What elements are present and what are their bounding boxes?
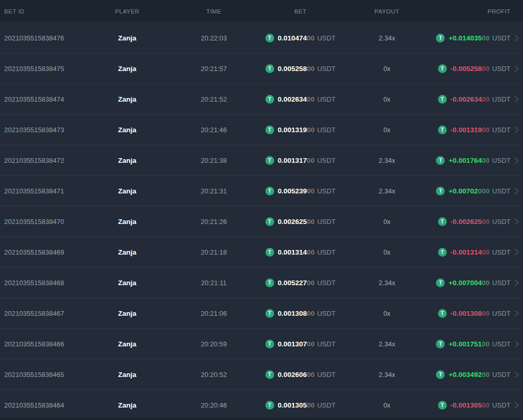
bet-amount-cell: T 0.002625 00 USDT bbox=[257, 217, 344, 226]
player-cell: Zanja bbox=[84, 157, 171, 164]
row-chevron[interactable] bbox=[511, 65, 523, 73]
tether-icon: T bbox=[265, 401, 274, 410]
table-row[interactable]: 2021035515838476 Zanja 20:22:03 T 0.0104… bbox=[0, 22, 523, 53]
bet-id-cell: 2021035515838467 bbox=[0, 310, 84, 317]
table-row[interactable]: 2021035515838473 Zanja 20:21:46 T 0.0013… bbox=[0, 114, 523, 145]
profit-currency: USDT bbox=[492, 65, 511, 73]
bet-id-cell: 2021035515838469 bbox=[0, 248, 84, 256]
profit-amount-zeros: 00 bbox=[482, 340, 490, 348]
bet-currency: USDT bbox=[317, 157, 335, 164]
tether-icon: T bbox=[265, 278, 274, 287]
time-cell: 20:21:06 bbox=[171, 310, 257, 317]
row-chevron[interactable] bbox=[511, 157, 523, 164]
row-chevron[interactable] bbox=[511, 218, 523, 226]
bet-id-cell: 2021035515838476 bbox=[0, 34, 84, 42]
row-chevron[interactable] bbox=[511, 371, 523, 379]
row-chevron[interactable] bbox=[511, 34, 523, 42]
bet-amount-cell: T 0.001305 00 USDT bbox=[257, 401, 344, 410]
tether-icon: T bbox=[265, 340, 274, 348]
bet-amount-zeros: 00 bbox=[307, 187, 315, 195]
time-cell: 20:20:59 bbox=[171, 340, 257, 348]
bet-amount-cell: T 0.001307 00 USDT bbox=[257, 340, 344, 348]
profit-amount-zeros: 00 bbox=[482, 279, 490, 287]
profit-cell: T +0.001764 00 USDT bbox=[430, 156, 511, 165]
bet-amount: 0.005227 bbox=[278, 279, 307, 287]
bet-id-cell: 2021035515838474 bbox=[0, 95, 84, 103]
bet-currency: USDT bbox=[317, 279, 335, 287]
bet-amount-zeros: 00 bbox=[307, 340, 315, 348]
profit-currency: USDT bbox=[492, 371, 511, 379]
bet-id-cell: 2021035515838473 bbox=[0, 126, 84, 134]
bet-amount: 0.010474 bbox=[278, 34, 307, 42]
bet-amount-cell: T 0.001314 00 USDT bbox=[257, 248, 344, 257]
payout-cell: 0x bbox=[344, 218, 430, 226]
time-cell: 20:21:26 bbox=[171, 218, 257, 226]
payout-cell: 2.34x bbox=[344, 371, 430, 379]
table-row[interactable]: 2021035515838465 Zanja 20:20:52 T 0.0026… bbox=[0, 359, 523, 389]
player-cell: Zanja bbox=[84, 126, 171, 134]
profit-currency: USDT bbox=[492, 218, 511, 226]
row-chevron[interactable] bbox=[511, 95, 523, 103]
bet-amount: 0.001305 bbox=[278, 401, 307, 409]
table-row[interactable]: 2021035515838467 Zanja 20:21:06 T 0.0013… bbox=[0, 298, 523, 328]
profit-cell: T +0.00702 000 USDT bbox=[430, 187, 511, 195]
table-row[interactable]: 2021035515838468 Zanja 20:21:11 T 0.0052… bbox=[0, 267, 523, 298]
tether-icon: T bbox=[438, 217, 447, 226]
bet-amount-cell: T 0.002606 00 USDT bbox=[257, 370, 344, 379]
bet-currency: USDT bbox=[317, 34, 335, 42]
payout-cell: 0x bbox=[344, 310, 430, 317]
row-chevron[interactable] bbox=[511, 340, 523, 348]
table-row[interactable]: 2021035515838469 Zanja 20:21:18 T 0.0013… bbox=[0, 236, 523, 267]
time-cell: 20:20:46 bbox=[171, 401, 257, 409]
profit-amount: -0.001319 bbox=[450, 126, 482, 134]
row-chevron[interactable] bbox=[511, 187, 523, 195]
table-row[interactable]: 2021035515838466 Zanja 20:20:59 T 0.0013… bbox=[0, 328, 523, 359]
row-chevron[interactable] bbox=[511, 248, 523, 256]
table-row[interactable]: 2021035515838472 Zanja 20:21:38 T 0.0013… bbox=[0, 145, 523, 175]
player-cell: Zanja bbox=[84, 218, 171, 226]
tether-icon: T bbox=[438, 95, 447, 104]
tether-icon: T bbox=[265, 64, 274, 73]
table-row[interactable]: 2021035515838470 Zanja 20:21:26 T 0.0026… bbox=[0, 206, 523, 236]
profit-amount: +0.00702 bbox=[448, 187, 478, 195]
profit-currency: USDT bbox=[492, 157, 511, 164]
profit-currency: USDT bbox=[492, 187, 511, 195]
tether-icon: T bbox=[438, 125, 447, 134]
bottom-edge bbox=[0, 417, 523, 420]
column-header-payout: PAYOUT bbox=[344, 8, 430, 15]
profit-amount-zeros: 00 bbox=[482, 401, 490, 409]
table-row[interactable]: 2021035515838475 Zanja 20:21:57 T 0.0052… bbox=[0, 53, 523, 83]
table-header-row: BET ID PLAYER TIME BET PAYOUT PROFIT bbox=[0, 0, 523, 22]
profit-cell: T -0.002634 00 USDT bbox=[430, 95, 511, 104]
profit-amount: +0.014035 bbox=[448, 34, 482, 42]
profit-cell: T -0.001308 00 USDT bbox=[430, 309, 511, 318]
bet-amount-cell: T 0.005227 00 USDT bbox=[257, 278, 344, 287]
bet-amount: 0.005258 bbox=[278, 65, 307, 73]
chevron-right-icon bbox=[514, 340, 519, 348]
table-row[interactable]: 2021035515838474 Zanja 20:21:52 T 0.0026… bbox=[0, 83, 523, 114]
profit-amount: +0.003492 bbox=[448, 371, 482, 379]
table-body: 2021035515838476 Zanja 20:22:03 T 0.0104… bbox=[0, 22, 523, 420]
table-row[interactable]: 2021035515838464 Zanja 20:20:46 T 0.0013… bbox=[0, 389, 523, 420]
bet-amount-zeros: 00 bbox=[307, 95, 315, 103]
chevron-right-icon bbox=[514, 95, 519, 103]
row-chevron[interactable] bbox=[511, 310, 523, 317]
row-chevron[interactable] bbox=[511, 401, 523, 409]
player-cell: Zanja bbox=[84, 340, 171, 348]
tether-icon: T bbox=[436, 278, 445, 287]
table-row[interactable]: 2021035515838471 Zanja 20:21:31 T 0.0052… bbox=[0, 175, 523, 206]
bet-history-table: BET ID PLAYER TIME BET PAYOUT PROFIT 202… bbox=[0, 0, 523, 420]
row-chevron[interactable] bbox=[511, 279, 523, 287]
bet-currency: USDT bbox=[317, 401, 335, 409]
row-chevron[interactable] bbox=[511, 126, 523, 134]
bet-currency: USDT bbox=[317, 65, 335, 73]
profit-currency: USDT bbox=[492, 340, 511, 348]
tether-icon: T bbox=[438, 309, 447, 318]
profit-amount: +0.001751 bbox=[448, 340, 482, 348]
bet-amount: 0.001314 bbox=[278, 248, 307, 256]
profit-cell: T -0.001314 00 USDT bbox=[430, 248, 511, 257]
bet-currency: USDT bbox=[317, 218, 335, 226]
chevron-right-icon bbox=[514, 279, 519, 287]
tether-icon: T bbox=[265, 156, 274, 165]
bet-amount: 0.001307 bbox=[278, 340, 307, 348]
